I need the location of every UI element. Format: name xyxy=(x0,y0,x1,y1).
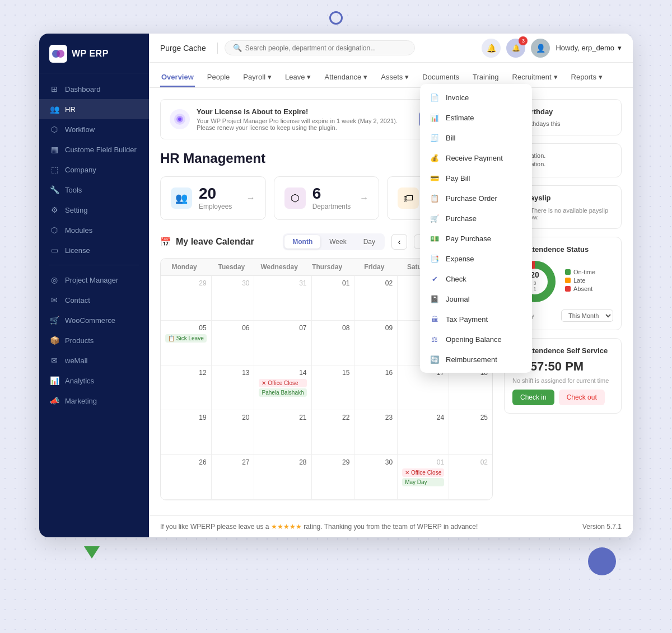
sidebar-item-project-manager[interactable]: ◎ Project Manager xyxy=(39,270,149,290)
sidebar-item-hr[interactable]: 👥 HR xyxy=(39,99,149,119)
cal-cell-30-prev[interactable]: 30 xyxy=(212,276,255,321)
tab-reports[interactable]: Reports ▾ xyxy=(570,68,604,87)
view-btn-week[interactable]: Week xyxy=(321,235,354,248)
sidebar-item-workflow[interactable]: ⬡ Workflow xyxy=(39,119,149,139)
checkout-button[interactable]: Check out xyxy=(559,390,605,405)
cal-cell-29-prev[interactable]: 29 xyxy=(161,276,212,321)
sidebar-nav: ⊞ Dashboard 👥 HR ⬡ Workflow xyxy=(39,73,149,537)
marketing-icon: 📣 xyxy=(49,396,59,406)
cal-cell-05[interactable]: 05 📋 Sick Leave xyxy=(161,321,212,365)
tab-payroll[interactable]: Payroll ▾ xyxy=(242,68,273,87)
app-window: WP ERP ⊞ Dashboard 👥 HR ⬡ xyxy=(39,34,633,537)
cal-cell-28[interactable]: 28 xyxy=(254,455,311,500)
sidebar-item-woocommerce[interactable]: 🛒 WooCommerce xyxy=(39,310,149,330)
header-search-bar[interactable]: 🔍 xyxy=(225,40,415,55)
sidebar-item-analytics[interactable]: 📊 Analytics xyxy=(39,371,149,391)
dropdown-item-tax-payment[interactable]: 🏛 Tax Payment xyxy=(420,309,532,329)
sidebar-logo: WP ERP xyxy=(39,34,149,73)
sidebar-item-marketing[interactable]: 📣 Marketing xyxy=(39,391,149,411)
cal-cell-16[interactable]: 16 xyxy=(354,365,398,410)
sidebar-item-custom-field-builder[interactable]: ▦ Custome Field Builder xyxy=(39,139,149,160)
cal-cell-09[interactable]: 09 xyxy=(354,321,398,365)
header-purge-cache[interactable]: Purge Cache xyxy=(160,44,206,53)
sidebar-item-dashboard[interactable]: ⊞ Dashboard xyxy=(39,79,149,99)
sidebar-item-contact[interactable]: ✉ Contact xyxy=(39,290,149,310)
view-btn-day[interactable]: Day xyxy=(356,235,383,248)
workflow-icon: ⬡ xyxy=(49,124,59,134)
sidebar-item-tools[interactable]: 🔧 Tools xyxy=(39,180,149,200)
cal-cell-14[interactable]: 14 ✕ Office Close Pahela Baishakh xyxy=(254,365,311,410)
license-description: Your WP Project Manager Pro license will… xyxy=(197,118,413,131)
sidebar-item-setting[interactable]: ⚙ Setting xyxy=(39,200,149,220)
purchase-icon: 🛒 xyxy=(429,213,440,224)
dropdown-item-bill[interactable]: 🧾 Bill xyxy=(420,128,532,148)
cal-cell-06[interactable]: 06 xyxy=(212,321,255,365)
dropdown-item-estimate[interactable]: 📊 Estimate xyxy=(420,107,532,128)
cal-cell-13[interactable]: 13 xyxy=(212,365,255,410)
calendar-prev-button[interactable]: ‹ xyxy=(391,234,407,250)
event-sick-leave: 📋 Sick Leave xyxy=(165,334,207,343)
dropdown-item-invoice[interactable]: 📄 Invoice xyxy=(420,87,532,107)
cal-cell-27[interactable]: 27 xyxy=(212,455,255,500)
tab-assets[interactable]: Assets ▾ xyxy=(380,68,410,87)
tab-overview[interactable]: Overview xyxy=(160,68,195,87)
hr-icon: 👥 xyxy=(49,104,59,114)
cal-cell-23[interactable]: 23 xyxy=(354,410,398,455)
cal-cell-02-next[interactable]: 02 xyxy=(449,455,492,500)
view-btn-month[interactable]: Month xyxy=(284,235,320,248)
search-icon: 🔍 xyxy=(233,44,242,52)
sidebar-item-license[interactable]: ▭ License xyxy=(39,240,149,260)
cal-cell-21[interactable]: 21 xyxy=(254,410,311,455)
dropdown-item-purchase[interactable]: 🛒 Purchase xyxy=(420,208,532,228)
cal-cell-12[interactable]: 12 xyxy=(161,365,212,410)
cal-cell-01-next[interactable]: 01 ✕ Office Close May Day xyxy=(398,455,449,500)
cal-cell-25[interactable]: 25 xyxy=(449,410,492,455)
cal-cell-26[interactable]: 26 xyxy=(161,455,212,500)
sidebar-item-wemail[interactable]: ✉ weMail xyxy=(39,350,149,371)
cal-cell-24[interactable]: 24 xyxy=(398,410,449,455)
dropdown-item-purchase-order[interactable]: 📋 Purchase Order xyxy=(420,188,532,208)
dropdown-item-pay-bill[interactable]: 💳 Pay Bill xyxy=(420,168,532,188)
sidebar-item-label: HR xyxy=(65,105,76,114)
header-divider xyxy=(217,43,218,54)
sidebar-item-modules[interactable]: ⬡ Modules xyxy=(39,220,149,240)
cal-cell-20[interactable]: 20 xyxy=(212,410,255,455)
tab-people[interactable]: People xyxy=(206,68,231,87)
cal-cell-19[interactable]: 19 xyxy=(161,410,212,455)
legend-absent: Absent xyxy=(565,285,595,292)
cal-cell-30[interactable]: 30 xyxy=(354,455,398,500)
user-avatar[interactable]: 👤 xyxy=(531,39,550,58)
header-user-menu[interactable]: Howdy, erp_demo ▾ xyxy=(556,44,622,52)
notification-bell-avatar[interactable]: 🔔 xyxy=(482,39,501,58)
dropdown-item-expense[interactable]: 📑 Expense xyxy=(420,248,532,269)
dropdown-item-receive-payment[interactable]: 💰 Receive Payment xyxy=(420,148,532,168)
late-dot xyxy=(565,278,571,283)
search-input[interactable] xyxy=(245,44,407,52)
cal-cell-08[interactable]: 08 xyxy=(312,321,355,365)
stat-card-employees[interactable]: 👥 20 Employees → xyxy=(160,176,266,220)
cal-cell-02[interactable]: 02 xyxy=(354,276,398,321)
stat-card-departments[interactable]: ⬡ 6 Departments → xyxy=(274,176,380,220)
dropdown-item-check[interactable]: ✔ Check xyxy=(420,269,532,289)
cal-cell-15[interactable]: 15 xyxy=(312,365,355,410)
event-office-close-14: ✕ Office Close xyxy=(259,379,306,387)
employees-value: 20 xyxy=(199,186,232,201)
sidebar-item-company[interactable]: ⬚ Company xyxy=(39,160,149,180)
checkin-button[interactable]: Check in xyxy=(512,390,554,405)
sidebar-item-products[interactable]: 📦 Products xyxy=(39,330,149,350)
dropdown-item-pay-purchase[interactable]: 💵 Pay Purchase xyxy=(420,228,532,248)
content-area: Your License is About to Expire! Your WP… xyxy=(149,88,633,515)
notification-avatar[interactable]: 🔔 xyxy=(506,39,525,58)
cal-cell-29[interactable]: 29 xyxy=(312,455,355,500)
dropdown-item-reimbursement[interactable]: 🔄 Reimbursement xyxy=(420,349,532,369)
sidebar-logo-text: WP ERP xyxy=(72,49,109,59)
dropdown-item-journal[interactable]: 📓 Journal xyxy=(420,289,532,309)
attendance-filter-select[interactable]: This Month xyxy=(561,310,613,322)
tab-attendance[interactable]: Attendance ▾ xyxy=(323,68,368,87)
tab-leave[interactable]: Leave ▾ xyxy=(284,68,312,87)
cal-cell-31-prev[interactable]: 31 xyxy=(254,276,311,321)
cal-cell-22[interactable]: 22 xyxy=(312,410,355,455)
cal-cell-07[interactable]: 07 xyxy=(254,321,311,365)
dropdown-item-opening-balance[interactable]: ⚖ Opening Balance xyxy=(420,329,532,349)
cal-cell-01[interactable]: 01 xyxy=(312,276,355,321)
